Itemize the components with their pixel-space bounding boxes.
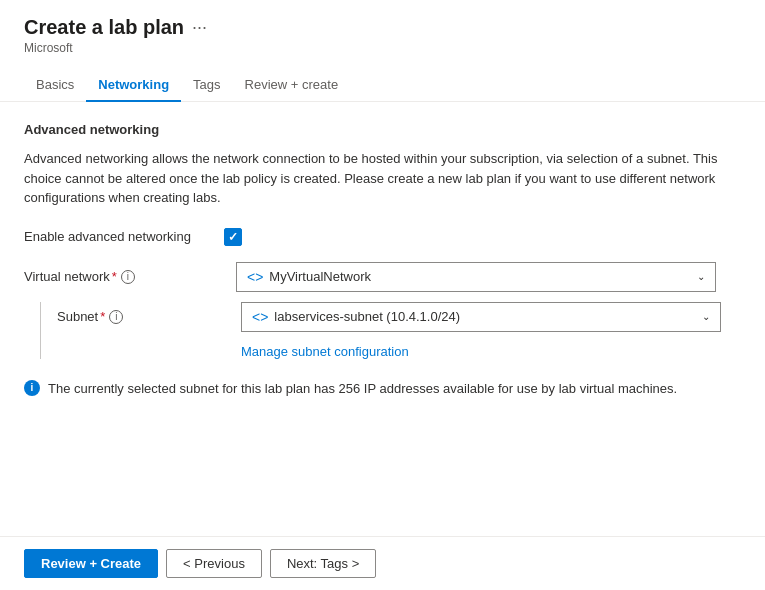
subnet-dropdown-value: labservices-subnet (10.4.1.0/24) — [274, 309, 460, 324]
previous-button[interactable]: < Previous — [166, 549, 262, 578]
info-banner-text: The currently selected subnet for this l… — [48, 379, 677, 399]
vnet-label: Virtual network * i — [24, 269, 224, 284]
vnet-chevron-icon: ⌄ — [697, 271, 705, 282]
manage-subnet-link[interactable]: Manage subnet configuration — [241, 344, 721, 359]
tab-review-create[interactable]: Review + create — [233, 69, 351, 102]
subnet-chevron-icon: ⌄ — [702, 311, 710, 322]
subnet-label-wrapper: Subnet * i — [57, 309, 241, 324]
vnet-info-icon[interactable]: i — [121, 270, 135, 284]
tabs-bar: Basics Networking Tags Review + create — [0, 69, 765, 102]
enable-networking-checkbox[interactable] — [224, 228, 242, 246]
more-options-icon[interactable]: ··· — [192, 17, 207, 38]
footer: Review + Create < Previous Next: Tags > — [0, 536, 765, 590]
tab-basics[interactable]: Basics — [24, 69, 86, 102]
subnet-label: Subnet — [57, 309, 98, 324]
section-title: Advanced networking — [24, 122, 741, 137]
info-banner: i The currently selected subnet for this… — [24, 379, 741, 399]
page-title: Create a lab plan — [24, 16, 184, 39]
subnet-info-icon[interactable]: i — [109, 310, 123, 324]
page-subtitle: Microsoft — [24, 41, 741, 55]
enable-networking-label: Enable advanced networking — [24, 229, 224, 244]
tab-tags[interactable]: Tags — [181, 69, 232, 102]
section-description: Advanced networking allows the network c… — [24, 149, 741, 208]
subnet-required-marker: * — [100, 309, 105, 324]
enable-networking-row: Enable advanced networking — [24, 228, 741, 246]
subnet-dropdown[interactable]: <> labservices-subnet (10.4.1.0/24) ⌄ — [241, 302, 721, 332]
vnet-dropdown-icon: <> — [247, 269, 263, 285]
subnet-connector-line — [40, 302, 41, 359]
vnet-dropdown-value: MyVirtualNetwork — [269, 269, 371, 284]
subnet-dropdown-icon: <> — [252, 309, 268, 325]
next-button[interactable]: Next: Tags > — [270, 549, 376, 578]
review-create-button[interactable]: Review + Create — [24, 549, 158, 578]
vnet-dropdown[interactable]: <> MyVirtualNetwork ⌄ — [236, 262, 716, 292]
main-content: Advanced networking Advanced networking … — [0, 102, 765, 536]
info-banner-icon: i — [24, 380, 40, 396]
tab-networking[interactable]: Networking — [86, 69, 181, 102]
vnet-required-marker: * — [112, 269, 117, 284]
